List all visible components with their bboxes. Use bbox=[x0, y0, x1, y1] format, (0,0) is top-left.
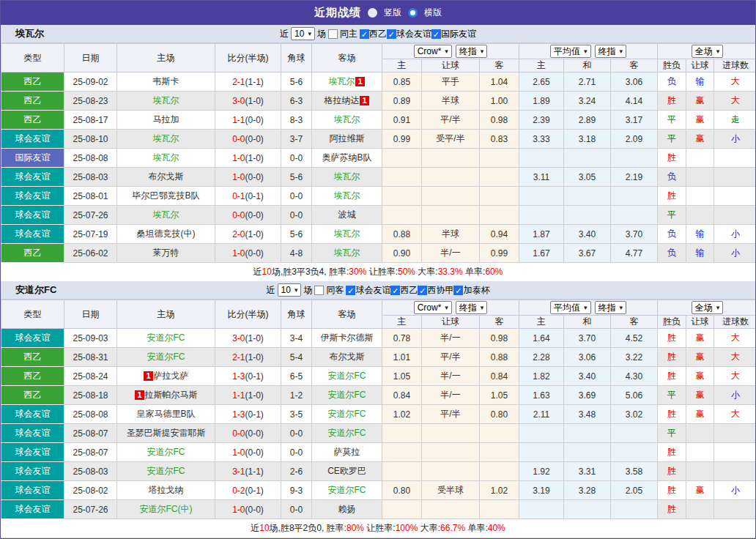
avg-draw bbox=[564, 149, 611, 168]
match-type-cell: 球会友谊 bbox=[1, 130, 64, 149]
score-cell: 2-1(1-0) bbox=[215, 348, 281, 367]
odds-home bbox=[382, 168, 422, 187]
avg-home: 1.67 bbox=[519, 244, 564, 263]
match-row: 球会友谊25-08-03布尔戈斯1-0(0-0)5-6埃瓦尔3.113.052.… bbox=[1, 168, 756, 187]
avg-home: 1.82 bbox=[519, 367, 564, 386]
avg-home: 2.28 bbox=[519, 348, 564, 367]
provider-select[interactable]: Crow*▾ bbox=[414, 45, 452, 58]
same-venue-checkbox[interactable] bbox=[328, 29, 338, 39]
final-odds-select-2[interactable]: 终指▾ bbox=[595, 301, 627, 314]
avg-away: 3.22 bbox=[611, 348, 658, 367]
corner-count: 6-3 bbox=[281, 92, 312, 111]
home-team-cell: 埃瓦尔 bbox=[117, 130, 215, 149]
away-team-cell: 格拉纳达1 bbox=[312, 92, 382, 111]
league-checkbox[interactable]: ✓ bbox=[453, 286, 463, 295]
home-team-cell: 毕尔巴鄂竞技B队 bbox=[117, 187, 215, 206]
odds-handicap: 半球 bbox=[422, 225, 480, 244]
result-handicap bbox=[686, 443, 714, 462]
league-checkbox[interactable]: ✓ bbox=[418, 286, 427, 295]
summary-text: 50% bbox=[398, 267, 415, 277]
odds-away bbox=[480, 462, 519, 481]
corner-count: 0-0 bbox=[281, 443, 312, 462]
away-team-cell: 安道尔FC bbox=[312, 405, 382, 424]
fulltime-score: 1-0 bbox=[232, 447, 245, 458]
result-handicap: 赢 bbox=[686, 92, 714, 111]
result-handicap: 输 bbox=[686, 244, 714, 263]
provider-select[interactable]: Crow*▾ bbox=[414, 301, 452, 314]
team-name-cell: 埃瓦尔 bbox=[328, 76, 355, 86]
col-corner: 角球 bbox=[281, 44, 312, 73]
match-type-cell: 西乙 bbox=[1, 348, 64, 367]
halftime-score: (1-0) bbox=[245, 153, 264, 163]
odds-away bbox=[480, 500, 519, 519]
near-label: 近 bbox=[280, 28, 289, 40]
final-odds-select[interactable]: 终指▾ bbox=[456, 301, 488, 314]
away-team-cell: 埃瓦尔 bbox=[312, 187, 382, 206]
match-row: 球会友谊25-08-07圣瑟巴斯提安雷耶斯0-0(0-0)0-0安道尔FC平 bbox=[1, 424, 756, 443]
match-row: 西乙25-08-31安道尔FC2-1(1-0)5-4布尔戈斯1.01平/半0.8… bbox=[1, 348, 756, 367]
avg-draw: 3.70 bbox=[564, 329, 611, 348]
avg-away bbox=[611, 424, 658, 443]
col-avg-draw: 和 bbox=[564, 316, 611, 329]
avg-home bbox=[519, 500, 564, 519]
recent-results-panel: 近期战绩 竖版 横版 埃瓦尔 近 10▾ 场 同主 ✓西乙✓球会友谊✓国际友谊 bbox=[0, 0, 756, 539]
team-name-cell: 皇家马德里B队 bbox=[136, 409, 195, 419]
avg-away: 4.77 bbox=[611, 244, 658, 263]
team-name-cell: 埃瓦尔 bbox=[334, 228, 360, 239]
score-cell: 1-0(0-0) bbox=[215, 500, 281, 519]
league-filter-group: ✓球会友谊✓西乙✓西协甲✓加泰杯 bbox=[346, 284, 489, 297]
match-date: 25-08-08 bbox=[64, 405, 117, 424]
avg-draw bbox=[564, 206, 611, 225]
match-type-badge: 球会友谊 bbox=[1, 500, 64, 518]
average-select[interactable]: 平均值▾ bbox=[550, 45, 591, 58]
average-odds-group: 平均值▾ 终指▾ bbox=[519, 300, 658, 316]
final-odds-select[interactable]: 终指▾ bbox=[456, 45, 488, 58]
summary-text: 10 bbox=[262, 267, 272, 277]
match-row: 球会友谊25-07-26埃瓦尔0-0(0-0)0-0波城平 bbox=[1, 206, 756, 225]
odds-home bbox=[382, 424, 422, 443]
team-name-cell: 埃瓦尔 bbox=[334, 190, 360, 201]
league-checkbox[interactable]: ✓ bbox=[431, 29, 441, 39]
horizontal-layout-radio[interactable] bbox=[408, 8, 418, 18]
league-checkbox[interactable]: ✓ bbox=[360, 29, 369, 39]
league-checkbox[interactable]: ✓ bbox=[346, 286, 355, 295]
team-name: 埃瓦尔 bbox=[15, 27, 44, 40]
league-checkbox[interactable]: ✓ bbox=[390, 286, 400, 295]
avg-away bbox=[611, 206, 658, 225]
average-odds-group: 平均值▾ 终指▾ bbox=[519, 44, 658, 59]
recent-count-select[interactable]: 10▾ bbox=[278, 283, 302, 297]
section-summary: 近10场,胜8平2负0, 胜率:80% 让胜率:100% 大率:66.7% 单率… bbox=[1, 519, 755, 538]
match-type-badge: 球会友谊 bbox=[1, 130, 64, 148]
result-goals bbox=[714, 149, 756, 168]
avg-home: 1.64 bbox=[519, 329, 564, 348]
corner-count: 0-0 bbox=[281, 149, 312, 168]
red-card-badge: 1 bbox=[135, 390, 144, 400]
home-team-cell: 安道尔FC bbox=[117, 462, 215, 481]
vertical-layout-radio[interactable] bbox=[368, 8, 377, 18]
odds-handicap bbox=[422, 500, 480, 519]
avg-home: 1.87 bbox=[519, 225, 564, 244]
corner-count: 5-6 bbox=[281, 225, 312, 244]
home-team-cell: 埃瓦尔 bbox=[117, 92, 215, 111]
col-date: 日期 bbox=[64, 300, 117, 329]
fulltime-select[interactable]: 全场▾ bbox=[692, 301, 724, 314]
match-type-cell: 西乙 bbox=[1, 244, 64, 263]
average-select[interactable]: 平均值▾ bbox=[550, 301, 591, 314]
same-venue-checkbox[interactable] bbox=[314, 286, 324, 295]
result-goals: 小 bbox=[714, 130, 756, 149]
match-date: 25-08-18 bbox=[64, 386, 117, 405]
league-checkbox[interactable]: ✓ bbox=[387, 29, 396, 39]
result-handicap: 赢 bbox=[686, 386, 714, 405]
odds-home bbox=[382, 206, 422, 225]
match-row: 球会友谊25-08-03安道尔FC3-1(1-1)2-6CE欧罗巴1.923.3… bbox=[1, 462, 756, 481]
result-goals: 大 bbox=[714, 405, 756, 424]
match-type-badge: 西乙 bbox=[1, 244, 64, 262]
fulltime-score: 0-2 bbox=[232, 486, 245, 496]
fulltime-select[interactable]: 全场▾ bbox=[692, 45, 724, 58]
final-odds-select-2[interactable]: 终指▾ bbox=[595, 45, 627, 58]
recent-count-select[interactable]: 10▾ bbox=[291, 27, 315, 40]
avg-draw: 3.06 bbox=[564, 348, 611, 367]
odds-away: 0.94 bbox=[480, 225, 519, 244]
match-type-cell: 球会友谊 bbox=[1, 443, 64, 462]
halftime-score: (0-0) bbox=[245, 172, 264, 182]
